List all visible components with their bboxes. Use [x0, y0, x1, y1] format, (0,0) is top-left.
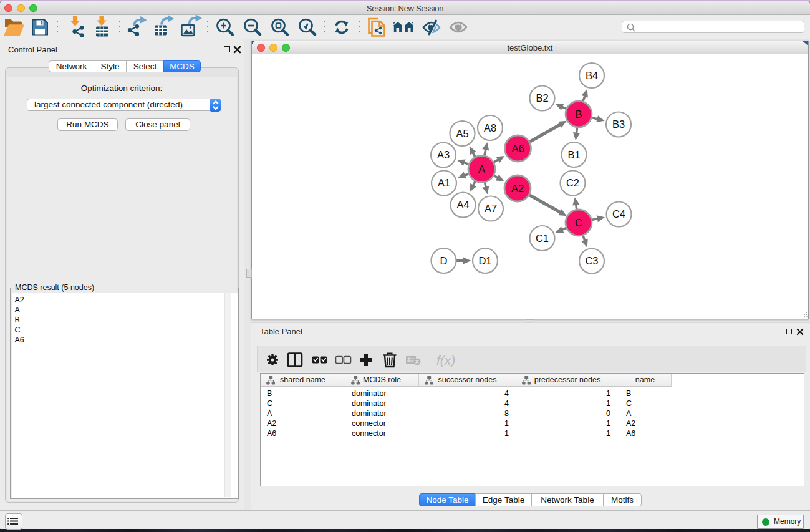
- svg-text:A4: A4: [456, 199, 469, 210]
- svg-text:B3: B3: [612, 118, 625, 130]
- svg-text:B1: B1: [567, 149, 580, 160]
- svg-text:B4: B4: [586, 70, 598, 81]
- svg-text:A: A: [478, 163, 485, 175]
- svg-text:B: B: [575, 109, 582, 120]
- svg-text:A6: A6: [511, 143, 524, 154]
- svg-text:C: C: [575, 217, 582, 228]
- svg-text:C3: C3: [585, 255, 598, 266]
- svg-text:A7: A7: [485, 203, 497, 214]
- svg-text:A5: A5: [456, 128, 468, 139]
- svg-text:A1: A1: [438, 177, 450, 188]
- svg-text:A8: A8: [484, 122, 496, 133]
- svg-text:f(x): f(x): [436, 353, 455, 367]
- svg-text:C1: C1: [536, 233, 549, 244]
- svg-text:A3: A3: [437, 149, 450, 160]
- svg-text:C4: C4: [612, 208, 625, 220]
- svg-text:A2: A2: [511, 183, 524, 194]
- svg-text:B2: B2: [536, 92, 548, 104]
- svg-text:D1: D1: [478, 255, 491, 266]
- svg-text:C2: C2: [566, 177, 579, 188]
- svg-text:D: D: [440, 255, 448, 266]
